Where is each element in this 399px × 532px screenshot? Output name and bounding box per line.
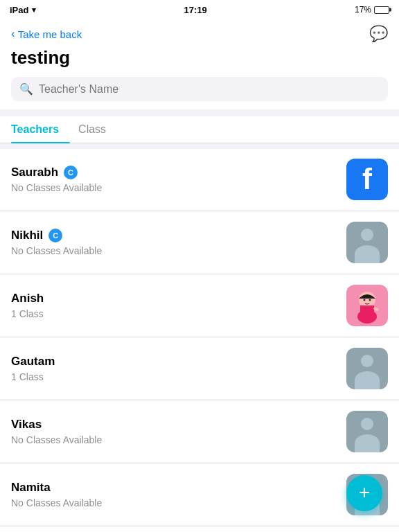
list-item[interactable]: Vikas No Classes Available bbox=[0, 401, 399, 463]
wifi-icon: ▾ bbox=[32, 6, 36, 15]
device-label: iPad bbox=[10, 5, 28, 15]
battery-percent: 17% bbox=[355, 5, 371, 15]
teacher-name-row: Namita bbox=[11, 481, 346, 495]
teacher-name: Saurabh bbox=[11, 166, 58, 179]
badge-c: C bbox=[64, 166, 78, 179]
teacher-name: Nikhil bbox=[11, 229, 43, 242]
teacher-info: Nikhil C No Classes Available bbox=[11, 229, 346, 256]
teacher-avatar: f bbox=[346, 159, 388, 200]
time-display: 17:19 bbox=[184, 5, 207, 15]
teacher-name: Vikas bbox=[11, 418, 42, 432]
teacher-avatar bbox=[346, 348, 388, 389]
list-item[interactable]: Nikhil C No Classes Available bbox=[0, 212, 399, 274]
teacher-info: Gautam 1 Class bbox=[11, 355, 346, 382]
back-chevron-icon: ‹ bbox=[11, 27, 15, 41]
back-label: Take me back bbox=[18, 28, 82, 40]
teacher-name: Namita bbox=[11, 481, 51, 495]
teacher-classes: 1 Class bbox=[11, 371, 346, 382]
teacher-name-row: Nikhil C bbox=[11, 229, 346, 242]
teacher-name-row: Vikas bbox=[11, 418, 346, 432]
header: ‹ Take me back 💬 testing 🔍 bbox=[0, 19, 399, 109]
chat-icon-button[interactable]: 💬 bbox=[369, 25, 388, 43]
teacher-name-row: Gautam bbox=[11, 355, 346, 369]
teacher-info: Saurabh C No Classes Available bbox=[11, 166, 346, 193]
teacher-classes: No Classes Available bbox=[11, 497, 346, 508]
tab-teachers[interactable]: Teachers bbox=[11, 116, 70, 143]
teacher-avatar bbox=[346, 222, 388, 263]
add-fab-button[interactable]: + bbox=[346, 475, 382, 511]
svg-point-4 bbox=[364, 299, 366, 301]
teacher-name-row: Anish bbox=[11, 292, 346, 305]
tabs: Teachers Class bbox=[0, 116, 399, 143]
status-bar: iPad ▾ 17:19 17% bbox=[0, 0, 399, 19]
teacher-name: Anish bbox=[11, 292, 44, 305]
page-title: testing bbox=[11, 47, 388, 69]
teacher-avatar bbox=[346, 411, 388, 452]
back-row: ‹ Take me back 💬 bbox=[11, 19, 388, 47]
teacher-classes: No Classes Available bbox=[11, 434, 346, 445]
search-input[interactable] bbox=[39, 83, 380, 96]
back-button[interactable]: ‹ Take me back bbox=[11, 27, 82, 41]
list-item[interactable]: Saurabh C No Classes Available f bbox=[0, 149, 399, 211]
status-left: iPad ▾ bbox=[10, 5, 36, 15]
teacher-info: Namita No Classes Available bbox=[11, 481, 346, 508]
list-item[interactable]: Namita No Classes Available bbox=[0, 464, 399, 526]
teacher-info: Anish 1 Class bbox=[11, 292, 346, 319]
teacher-classes: 1 Class bbox=[11, 308, 346, 319]
teacher-list: Saurabh C No Classes Available f Nikhil … bbox=[0, 149, 399, 532]
teacher-classes: No Classes Available bbox=[11, 245, 346, 256]
svg-rect-3 bbox=[360, 305, 374, 315]
teacher-classes: No Classes Available bbox=[11, 182, 346, 193]
fab-plus-icon: + bbox=[359, 483, 370, 502]
search-bar: 🔍 bbox=[11, 77, 388, 101]
teacher-name: Gautam bbox=[11, 355, 55, 369]
tab-class[interactable]: Class bbox=[78, 116, 117, 143]
battery-icon bbox=[374, 6, 389, 14]
svg-point-5 bbox=[369, 299, 371, 301]
status-right: 17% bbox=[355, 5, 389, 15]
badge-c: C bbox=[48, 229, 62, 242]
teacher-info: Vikas No Classes Available bbox=[11, 418, 346, 445]
list-item[interactable]: Disha 31 bbox=[0, 527, 399, 532]
teacher-avatar bbox=[346, 285, 388, 326]
list-item[interactable]: Anish 1 Class bbox=[0, 275, 399, 337]
search-icon: 🔍 bbox=[19, 82, 33, 96]
list-item[interactable]: Gautam 1 Class bbox=[0, 338, 399, 400]
teacher-name-row: Saurabh C bbox=[11, 166, 346, 179]
